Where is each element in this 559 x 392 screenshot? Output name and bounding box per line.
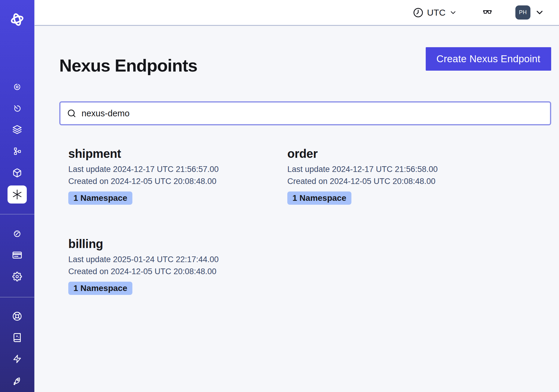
avatar-initials: PH bbox=[519, 9, 527, 16]
timezone-label: UTC bbox=[427, 8, 446, 18]
endpoint-card-order[interactable]: order Last update 2024-12-17 UTC 21:56:5… bbox=[278, 146, 497, 205]
endpoint-card-billing[interactable]: billing Last update 2025-01-24 UTC 22:17… bbox=[59, 237, 278, 295]
endpoint-last-update: Last update 2024-12-17 UTC 21:56:58.00 bbox=[287, 163, 497, 175]
glasses-icon bbox=[482, 8, 493, 18]
chevron-down-icon bbox=[535, 8, 545, 17]
billing-credit-card-icon bbox=[12, 250, 22, 260]
search-bar bbox=[59, 101, 551, 125]
endpoint-created-on: Created on 2024-12-05 UTC 20:08:48.00 bbox=[68, 175, 278, 187]
namespaces-icon bbox=[12, 125, 22, 134]
sidebar-item-deployments[interactable] bbox=[10, 166, 24, 180]
chevron-down-icon bbox=[449, 9, 457, 17]
avatar[interactable]: PH bbox=[515, 5, 530, 20]
sidebar-item-settings[interactable] bbox=[10, 269, 24, 284]
sidebar-item-namespaces[interactable] bbox=[10, 122, 24, 137]
deployments-icon bbox=[12, 168, 22, 178]
account-menu-button[interactable] bbox=[535, 8, 545, 17]
endpoint-name: billing bbox=[68, 237, 278, 251]
endpoint-name: shipment bbox=[68, 146, 278, 161]
search-icon bbox=[67, 109, 76, 118]
sidebar-item-usage[interactable] bbox=[10, 226, 24, 241]
sidebar-item-batch-operations[interactable] bbox=[10, 144, 24, 158]
endpoint-list: shipment Last update 2024-12-17 UTC 21:5… bbox=[59, 146, 551, 295]
sidebar-item-nexus[interactable] bbox=[8, 185, 27, 204]
sidebar bbox=[0, 0, 35, 392]
sidebar-divider bbox=[0, 297, 34, 297]
workflows-icon bbox=[12, 82, 22, 91]
rocket-icon bbox=[12, 376, 22, 386]
sidebar-item-docs[interactable] bbox=[10, 330, 24, 345]
endpoint-card-shipment[interactable]: shipment Last update 2024-12-17 UTC 21:5… bbox=[59, 146, 278, 205]
temporal-logo-icon[interactable] bbox=[9, 12, 26, 27]
sidebar-item-workflows[interactable] bbox=[10, 79, 24, 94]
usage-icon bbox=[12, 229, 22, 238]
settings-gear-icon bbox=[12, 272, 22, 281]
sidebar-divider bbox=[0, 214, 34, 214]
sidebar-item-schedules[interactable] bbox=[10, 101, 24, 115]
create-nexus-endpoint-button[interactable]: Create Nexus Endpoint bbox=[426, 47, 551, 71]
endpoint-name: order bbox=[287, 146, 497, 161]
labs-mode-toggle[interactable] bbox=[482, 8, 493, 18]
namespace-count-badge: 1 Namespace bbox=[68, 282, 132, 295]
namespace-count-badge: 1 Namespace bbox=[68, 191, 132, 205]
clock-icon bbox=[413, 8, 423, 18]
endpoint-created-on: Created on 2024-12-05 UTC 20:08:48.00 bbox=[287, 175, 497, 187]
sidebar-item-billing[interactable] bbox=[10, 248, 24, 262]
page-title: Nexus Endpoints bbox=[59, 56, 197, 75]
endpoint-created-on: Created on 2024-12-05 UTC 20:08:48.00 bbox=[68, 265, 278, 277]
sidebar-item-feedback[interactable] bbox=[10, 352, 24, 366]
timezone-selector[interactable]: UTC bbox=[413, 8, 457, 18]
batch-operations-icon bbox=[12, 146, 22, 156]
page-header: Nexus Endpoints Create Nexus Endpoint bbox=[59, 47, 551, 75]
endpoint-last-update: Last update 2025-01-24 UTC 22:17:44.00 bbox=[68, 253, 278, 265]
sidebar-item-support[interactable] bbox=[10, 309, 24, 323]
top-bar: UTC PH bbox=[35, 0, 559, 26]
docs-book-icon bbox=[12, 333, 22, 342]
lightning-bolt-icon bbox=[13, 354, 22, 363]
search-input[interactable] bbox=[82, 109, 543, 118]
support-life-buoy-icon bbox=[12, 311, 22, 321]
main-content: Nexus Endpoints Create Nexus Endpoint sh… bbox=[35, 26, 559, 392]
sidebar-item-getting-started[interactable] bbox=[10, 374, 24, 388]
endpoint-last-update: Last update 2024-12-17 UTC 21:56:57.00 bbox=[68, 163, 278, 175]
schedules-icon bbox=[12, 103, 22, 113]
nexus-icon bbox=[12, 189, 23, 200]
namespace-count-badge: 1 Namespace bbox=[287, 191, 351, 205]
